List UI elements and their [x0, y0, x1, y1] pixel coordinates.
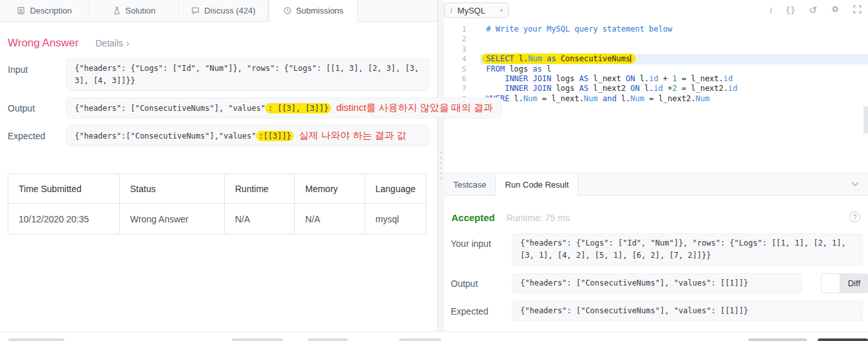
line-number: 6: [444, 74, 480, 84]
clock-icon: [283, 6, 292, 15]
your-input-row: Your input {"headers": {"Logs": ["Id", "…: [451, 233, 863, 266]
settings-gear-icon[interactable]: [831, 5, 840, 15]
cell-runtime: N/A: [225, 204, 295, 235]
details-link[interactable]: Details›: [95, 38, 129, 48]
line-number: 3: [444, 44, 480, 54]
footer-button-stub[interactable]: [748, 338, 807, 341]
line-number: 4: [444, 54, 480, 64]
code-line[interactable]: 6 INNER JOIN logs AS l_next ON l.id + 1 …: [444, 74, 868, 84]
panel-resizer-handle[interactable]: [438, 0, 444, 331]
code-line[interactable]: 1# Write your MySQL query statement belo…: [444, 24, 868, 34]
tab-description[interactable]: Description: [0, 0, 90, 21]
editor-toolbar: i MySQL ▾ i {} ↺: [444, 0, 868, 19]
run-console: TestcaseRun Code Result Accepted Runtime…: [444, 173, 868, 332]
console-output-row: Output {"headers": ["ConsecutiveNums"], …: [451, 273, 868, 293]
tab-solution[interactable]: Solution: [90, 0, 179, 21]
code-line-content: WHERE l.Num = l_next.Num and l.Num = l_n…: [480, 94, 868, 104]
expected-highlight: :[[3]]}: [256, 131, 294, 141]
tab-label: Discuss (424): [204, 6, 255, 15]
reset-code-icon[interactable]: ↺: [809, 5, 817, 15]
language-label: MySQL: [457, 6, 485, 15]
output-label: Output: [8, 97, 66, 113]
console-expected-label: Expected: [451, 301, 512, 317]
code-line-content: # Write your MySQL query statement below: [480, 24, 868, 34]
input-value: {"headers": {"Logs": ["Id", "Num"]}, "ro…: [66, 59, 429, 91]
code-editor[interactable]: 1# Write your MySQL query statement belo…: [444, 20, 868, 172]
diff-checkbox[interactable]: [821, 273, 840, 293]
tab-label: Solution: [126, 6, 156, 15]
info-icon: i: [450, 6, 452, 15]
result-status-title: Wrong Answer: [8, 37, 79, 50]
col-time-submitted: Time Submitted: [8, 174, 120, 204]
line-number: 5: [444, 64, 480, 74]
code-line[interactable]: 2: [444, 34, 868, 44]
left-panel: DescriptionSolutionDiscuss (424)Submissi…: [0, 0, 438, 331]
console-tabbar: TestcaseRun Code Result: [444, 173, 868, 196]
footer-button-stub[interactable]: [308, 338, 348, 341]
footer-button-stub[interactable]: [232, 338, 283, 341]
col-memory: Memory: [295, 174, 365, 204]
code-line[interactable]: 4SELECT l.Num as ConsecutiveNums: [444, 54, 868, 64]
braces-format-icon[interactable]: {}: [786, 6, 796, 14]
output-annotation: distinct를 사용하지 않았을 때의 결과: [336, 102, 493, 113]
tab-discuss-424[interactable]: Discuss (424): [179, 0, 269, 21]
console-tab-run-code-result[interactable]: Run Code Result: [495, 173, 578, 196]
output-value-text: {"headers": ["ConsecutiveNums"], "values…: [75, 104, 265, 113]
console-output-label: Output: [451, 273, 512, 289]
output-value: {"headers": ["ConsecutiveNums"], "values…: [66, 97, 502, 119]
line-number: 2: [444, 34, 480, 44]
code-line-content: SELECT l.Num as ConsecutiveNums: [480, 54, 868, 64]
expected-label: Expected: [8, 125, 66, 141]
submissions-table: Time Submitted Status Runtime Memory Lan…: [8, 173, 426, 235]
table-header-row: Time Submitted Status Runtime Memory Lan…: [8, 174, 426, 204]
cell-time-submitted: 10/12/2020 20:35: [8, 204, 120, 235]
language-selector[interactable]: i MySQL ▾: [444, 3, 509, 18]
cell-language: mysql: [365, 204, 426, 235]
description-icon: [17, 6, 25, 15]
editor-toolbar-icons: i {} ↺: [769, 0, 862, 19]
code-line[interactable]: 3: [444, 44, 868, 54]
console-output-value: {"headers": ["ConsecutiveNums"], "values…: [512, 273, 802, 293]
left-tabbar: DescriptionSolutionDiscuss (424)Submissi…: [0, 0, 437, 22]
expected-value-text: {"headers":["ConsecutiveNums"],"values": [75, 132, 256, 141]
footer-bar: [0, 331, 868, 341]
output-row: Output {"headers": ["ConsecutiveNums"], …: [8, 97, 429, 119]
col-language: Language: [365, 174, 426, 204]
info-icon[interactable]: i: [769, 6, 772, 14]
code-line-content: INNER JOIN logs AS l_next2 ON l.id +2 = …: [480, 84, 868, 93]
footer-button-stub[interactable]: [818, 338, 868, 341]
input-row: Input {"headers": {"Logs": ["Id", "Num"]…: [8, 59, 429, 91]
input-label: Input: [8, 59, 66, 75]
line-number: 7: [444, 84, 480, 93]
console-expected-value: {"headers": ["ConsecutiveNums"], "values…: [512, 301, 863, 321]
code-line-content: INNER JOIN logs AS l_next ON l.id + 1 = …: [480, 74, 868, 84]
diff-toggle[interactable]: Diff: [821, 273, 868, 293]
chevron-down-icon: ▾: [500, 7, 503, 14]
run-status-row: Accepted Runtime: 75 ms ?: [451, 212, 860, 223]
cell-status-link[interactable]: Wrong Answer: [120, 204, 225, 235]
footer-button-stub[interactable]: [8, 338, 64, 341]
runtime-text: Runtime: 75 ms: [507, 213, 570, 223]
table-row: 10/12/2020 20:35 Wrong Answer N/A N/A my…: [8, 204, 426, 235]
your-input-value: {"headers": {"Logs": ["Id", "Num"]}, "ro…: [512, 233, 863, 266]
your-input-label: Your input: [451, 233, 512, 249]
expected-annotation: 실제 나와야 하는 결과 값: [299, 130, 406, 141]
code-line[interactable]: 5FROM logs as l: [444, 64, 868, 74]
code-line-content: [480, 44, 868, 54]
fullscreen-icon[interactable]: [853, 5, 862, 15]
console-tab-testcase[interactable]: Testcase: [444, 173, 495, 195]
text-cursor: [630, 55, 631, 63]
code-line[interactable]: 8WHERE l.Num = l_next.Num and l.Num = l_…: [444, 94, 868, 104]
code-line-content: FROM logs as l: [480, 64, 868, 74]
console-expected-row: Expected {"headers": ["ConsecutiveNums"]…: [451, 301, 863, 321]
flask-icon: [113, 6, 121, 15]
code-line[interactable]: 7 INNER JOIN logs AS l_next2 ON l.id +2 …: [444, 84, 868, 93]
expected-row: Expected {"headers":["ConsecutiveNums"],…: [8, 125, 429, 146]
editor-scrollbar-thumb[interactable]: [863, 106, 868, 133]
collapse-chevron-icon[interactable]: [851, 182, 859, 187]
footer-button-stub[interactable]: [399, 338, 441, 341]
tab-submissions[interactable]: Submissions: [269, 0, 358, 22]
help-icon[interactable]: ?: [849, 211, 860, 222]
output-highlight: : [[3], [3]]}: [265, 103, 331, 113]
diff-label: Diff: [840, 273, 868, 293]
